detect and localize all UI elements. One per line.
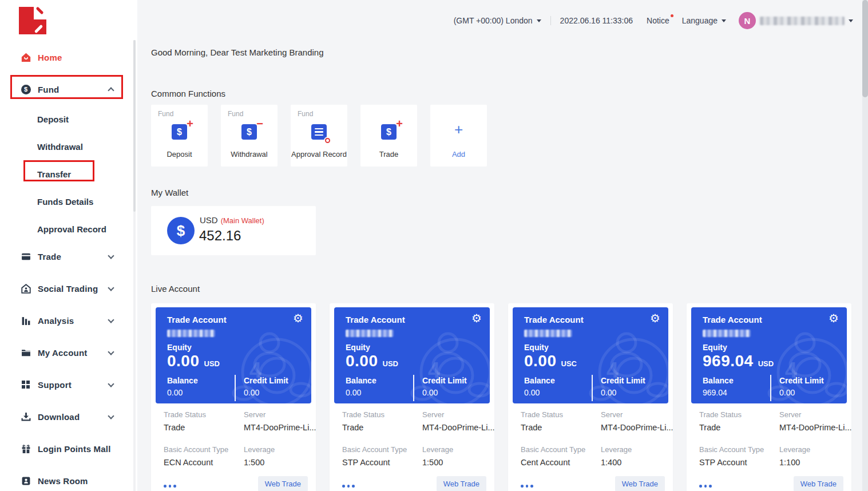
equity-value: 0.00 <box>524 352 557 370</box>
trade-account-card: 4 Trade Account ⚙ Equity 0.00 USD Balanc… <box>330 303 494 491</box>
notice-button[interactable]: Notice <box>647 16 669 25</box>
censored-account-number <box>703 330 751 337</box>
gear-icon[interactable]: ⚙ <box>829 312 839 324</box>
server-value: MT4-DooPrime-Li... <box>244 423 316 432</box>
sidebar-item-home[interactable]: Home <box>0 41 137 73</box>
sidebar-item-withdrawal[interactable]: Withdrawal <box>0 133 137 160</box>
server-value: MT4-DooPrime-Li... <box>422 423 495 432</box>
gear-icon[interactable]: ⚙ <box>650 312 660 324</box>
sidebar-item-news-room[interactable]: News Room <box>0 465 137 491</box>
chevron-up-icon <box>108 87 114 93</box>
balance-value: 0.00 <box>524 388 592 397</box>
folder-icon <box>21 347 31 358</box>
sidebar-item-funds-details[interactable]: Funds Details <box>0 188 137 215</box>
my-wallet-title: My Wallet <box>151 188 188 197</box>
sidebar-scrollbar[interactable] <box>133 40 136 491</box>
dooprime-logo[interactable] <box>19 7 46 34</box>
timezone-selector[interactable]: (GMT +00:00) London <box>454 16 541 25</box>
web-trade-button[interactable]: Web Trade <box>258 476 308 491</box>
credit-limit-value: 0.00 <box>601 388 645 397</box>
sidebar-item-deposit[interactable]: Deposit <box>0 105 137 133</box>
sidebar-item-analysis[interactable]: Analysis <box>0 304 137 336</box>
censored-username <box>760 17 845 25</box>
web-trade-button[interactable]: Web Trade <box>437 476 486 491</box>
trade-status-value: Trade <box>521 423 601 432</box>
chevron-down-icon <box>108 349 114 355</box>
shortcut-card-withdrawal[interactable]: Fund $− Withdrawal <box>221 105 278 167</box>
account-type-value: STP Account <box>342 458 422 467</box>
sidebar-item-label: Home <box>38 53 62 62</box>
datetime-display: 2022.06.16 11:33:06 <box>560 16 633 25</box>
sidebar-item-social-trading[interactable]: Social Trading <box>0 272 137 304</box>
sidebar-item-support[interactable]: Support <box>0 369 137 401</box>
plus-badge-icon: + <box>187 118 193 129</box>
shortcut-card-approval-record[interactable]: Fund Approval Record <box>291 105 347 167</box>
minus-badge-icon: − <box>256 118 263 129</box>
chevron-down-icon <box>108 284 114 291</box>
language-selector[interactable]: Language <box>682 16 726 25</box>
equity-currency: USD <box>204 359 220 368</box>
chevron-down-icon <box>108 252 114 259</box>
server-value: MT4-DooPrime-Li... <box>601 423 673 432</box>
account-type-value: STP Account <box>699 458 779 467</box>
equity-currency: USD <box>383 359 398 368</box>
social-trading-icon <box>21 283 31 294</box>
sidebar: Home $ Fund Deposit Withdrawal Transfer … <box>0 0 137 491</box>
avatar: N <box>739 12 756 29</box>
sidebar-item-transfer[interactable]: Transfer <box>0 160 137 188</box>
sidebar-item-download[interactable]: Download <box>0 401 137 433</box>
card-title: Trade Account <box>167 315 227 324</box>
shortcut-card-deposit[interactable]: Fund $+ Deposit <box>151 105 208 167</box>
news-room-icon <box>21 476 31 486</box>
sidebar-item-trade[interactable]: Trade <box>0 240 137 272</box>
more-options-button[interactable] <box>164 485 176 488</box>
account-type-value: Cent Account <box>521 458 601 467</box>
live-account-title: Live Account <box>151 284 200 294</box>
equity-value: 0.00 <box>346 352 378 370</box>
sidebar-item-approval-record[interactable]: Approval Record <box>0 215 137 243</box>
balance-value: 0.00 <box>167 388 235 397</box>
trade-icon: $+ <box>381 124 397 140</box>
equity-currency: USC <box>561 359 577 368</box>
wallet-card[interactable]: $ USD(Main Wallet) 452.16 <box>151 206 316 255</box>
trade-account-card: 4 Trade Account ⚙ Equity 0.00 USD Balanc… <box>151 303 316 491</box>
topbar: (GMT +00:00) London 2022.06.16 11:33:06 … <box>137 0 853 41</box>
sidebar-item-my-account[interactable]: My Account <box>0 336 137 369</box>
web-trade-button[interactable]: Web Trade <box>615 476 665 491</box>
trade-status-value: Trade <box>699 423 779 432</box>
more-options-button[interactable] <box>521 485 533 488</box>
shortcut-card-add[interactable]: + Add <box>430 105 487 167</box>
shortcut-card-trade[interactable]: $+ Trade <box>360 105 417 167</box>
credit-limit-value: 0.00 <box>244 388 288 397</box>
web-trade-button[interactable]: Web Trade <box>794 476 843 491</box>
gift-icon <box>21 444 31 454</box>
sidebar-item-login-points-mall[interactable]: Login Points Mall <box>0 433 137 465</box>
user-menu[interactable]: N <box>739 12 853 29</box>
gear-icon[interactable]: ⚙ <box>293 312 303 324</box>
approval-record-icon <box>311 124 327 140</box>
censored-account-number <box>524 330 572 337</box>
deposit-icon: $+ <box>172 124 187 140</box>
sidebar-item-fund[interactable]: $ Fund <box>0 73 137 105</box>
plus-badge-icon: + <box>396 118 403 129</box>
more-options-button[interactable] <box>699 485 712 488</box>
trade-account-card: 4 Trade Account ⚙ Equity 969.04 USD Bala… <box>687 303 851 491</box>
equity-value: 969.04 <box>703 352 754 370</box>
more-options-button[interactable] <box>342 485 355 488</box>
censored-account-number <box>167 330 215 337</box>
wallet-dollar-icon: $ <box>167 217 195 244</box>
common-functions-title: Common Functions <box>151 89 225 98</box>
gear-icon[interactable]: ⚙ <box>471 312 482 324</box>
main-content: (GMT +00:00) London 2022.06.16 11:33:06 … <box>137 0 868 491</box>
balance-value: 0.00 <box>346 388 413 397</box>
wallet-currency: USD <box>200 215 218 225</box>
add-icon: + <box>454 122 463 137</box>
logo-slash-white <box>34 25 43 34</box>
wallet-amount: 452.16 <box>199 228 241 244</box>
support-grid-icon <box>21 379 31 390</box>
sidebar-item-label: Fund <box>38 85 59 94</box>
page-scrollbar[interactable] <box>862 0 868 491</box>
wallet-icon <box>21 251 31 262</box>
credit-limit-value: 0.00 <box>422 388 467 397</box>
trade-status-value: Trade <box>164 423 244 432</box>
